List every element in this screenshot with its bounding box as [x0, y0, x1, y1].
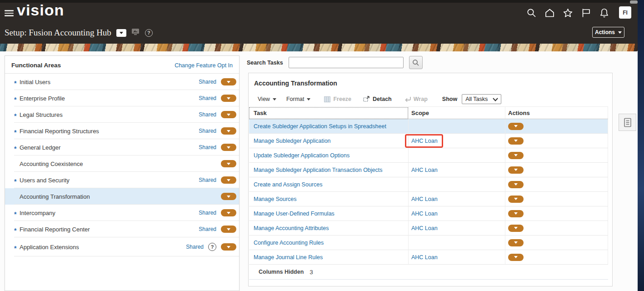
chevron-down-icon [514, 183, 518, 186]
required-asterisk: * [14, 209, 20, 216]
detach-button[interactable]: Detach [363, 96, 392, 102]
shared-label: Shared [199, 111, 216, 118]
item-actions-dropdown-button[interactable] [221, 95, 236, 102]
table-row[interactable]: Update Subledger Application Options [249, 148, 608, 163]
scrollbar-thumb[interactable] [630, 0, 638, 4]
sidebar-item[interactable]: Accounting Transformation [5, 188, 239, 205]
page-title: Setup: Fusion Accounting Hub [5, 28, 111, 38]
table-row[interactable]: Configure Accounting Rules [249, 236, 608, 250]
sidebar-item[interactable]: Accounting Coexistence [5, 156, 239, 172]
table-row[interactable]: Manage Accounting AttributesAHC Loan [249, 221, 608, 236]
chevron-down-icon [514, 212, 518, 215]
item-actions-dropdown-button[interactable] [221, 78, 236, 85]
sidebar-item[interactable]: *Application ExtensionsShared? [5, 237, 239, 256]
sidebar-item[interactable]: *Financial Reporting CenterShared [5, 221, 239, 237]
scope-link[interactable]: AHC Loan [411, 196, 438, 202]
column-header-task[interactable]: Task [249, 110, 408, 116]
row-actions-dropdown-button[interactable] [508, 196, 524, 203]
app-header: vision Setup: Fusion Accounting Hub ? [0, 0, 644, 44]
view-menu[interactable]: View [258, 96, 276, 102]
tasks-drawer-tab-button[interactable] [619, 114, 636, 131]
scope-link[interactable]: AHC Loan [411, 167, 438, 173]
column-header-scope[interactable]: Scope [408, 107, 505, 119]
sidebar-item-label: Legal Structures [20, 111, 63, 118]
task-link[interactable]: Update Subledger Application Options [254, 152, 349, 159]
table-row[interactable]: Manage Subledger ApplicationAHC Loan [249, 134, 608, 148]
sidebar-item[interactable]: *General LedgerShared [5, 139, 239, 156]
scope-link[interactable]: AHC Loan [411, 138, 438, 144]
actions-button[interactable]: Actions [592, 27, 624, 38]
sidebar-item[interactable]: *IntercompanyShared [5, 205, 239, 221]
page-title-dropdown-button[interactable] [116, 29, 126, 37]
user-avatar[interactable]: FI [619, 6, 631, 19]
task-link[interactable]: Create and Assign Sources [254, 181, 322, 188]
row-actions-dropdown-button[interactable] [508, 239, 524, 246]
task-link[interactable]: Manage Sources [254, 196, 297, 202]
task-link[interactable]: Manage Accounting Attributes [254, 225, 329, 231]
required-asterisk: * [14, 176, 20, 184]
search-button[interactable] [409, 56, 423, 69]
scope-link[interactable]: AHC Loan [411, 211, 438, 217]
row-actions-dropdown-button[interactable] [508, 225, 524, 232]
task-link[interactable]: Configure Accounting Rules [254, 240, 324, 246]
item-actions-dropdown-button[interactable] [221, 127, 236, 135]
item-actions-dropdown-button[interactable] [221, 209, 236, 216]
item-actions-dropdown-button[interactable] [221, 176, 236, 184]
notifications-bell-icon[interactable] [599, 8, 609, 18]
table-row[interactable]: Create Subledger Application Setups in S… [249, 119, 608, 134]
table-row[interactable]: Create and Assign Sources [249, 177, 608, 192]
favorites-star-icon[interactable] [563, 8, 573, 18]
item-actions-dropdown-button[interactable] [221, 226, 236, 233]
item-actions-dropdown-button[interactable] [221, 193, 236, 200]
scope-link[interactable]: AHC Loan [411, 254, 438, 261]
flag-icon[interactable] [581, 8, 591, 18]
task-link[interactable]: Manage Journal Line Rules [254, 254, 323, 261]
scope-link[interactable]: AHC Loan [411, 225, 438, 231]
row-actions-dropdown-button[interactable] [508, 181, 524, 188]
task-link[interactable]: Manage Subledger Application [254, 138, 331, 144]
change-feature-opt-in-link[interactable]: Change Feature Opt In [175, 62, 233, 69]
task-link[interactable]: Manage User-Defined Formulas [254, 211, 334, 217]
quick-actions-icon[interactable] [131, 28, 140, 37]
item-actions-dropdown-button[interactable] [221, 160, 236, 167]
row-actions-dropdown-button[interactable] [508, 137, 524, 145]
task-link[interactable]: Create Subledger Application Setups in S… [254, 123, 386, 130]
section-title: Accounting Transformation [249, 73, 612, 87]
table-row[interactable]: Manage Subledger Application Transaction… [249, 163, 608, 177]
item-actions-dropdown-button[interactable] [221, 144, 236, 151]
hamburger-menu-icon[interactable] [5, 10, 14, 16]
chevron-down-icon [227, 146, 230, 149]
sidebar-item[interactable]: *Financial Reporting StructuresShared [5, 123, 239, 139]
row-actions-dropdown-button[interactable] [508, 166, 524, 174]
sidebar-item-label: Accounting Transformation [20, 193, 90, 200]
row-actions-dropdown-button[interactable] [508, 210, 524, 217]
row-actions-dropdown-button[interactable] [508, 123, 524, 130]
sidebar-item-label: Initial Users [20, 79, 50, 85]
sidebar-item[interactable]: *Users and SecurityShared [5, 172, 239, 188]
item-actions-dropdown-button[interactable] [221, 111, 236, 118]
format-menu[interactable]: Format [286, 96, 311, 102]
task-link[interactable]: Manage Subledger Application Transaction… [254, 167, 383, 173]
item-actions-dropdown-button[interactable] [221, 243, 236, 251]
row-actions-dropdown-button[interactable] [508, 152, 524, 159]
help-icon[interactable]: ? [145, 29, 153, 37]
sidebar-item[interactable]: *Legal StructuresShared [5, 106, 239, 123]
help-icon[interactable]: ? [208, 243, 216, 251]
show-tasks-select[interactable]: All Tasks [462, 94, 501, 104]
sidebar-item[interactable]: *Initial UsersShared [5, 74, 239, 90]
table-header-row: Task Scope Actions [249, 106, 608, 119]
freeze-button: Freeze [324, 96, 351, 102]
required-asterisk [14, 195, 20, 198]
table-row[interactable]: Manage User-Defined FormulasAHC Loan [249, 206, 608, 221]
search-icon[interactable] [526, 8, 537, 18]
table-row[interactable]: Manage Journal Line RulesAHC Loan [249, 250, 608, 265]
sidebar-item[interactable]: *Enterprise ProfileShared [5, 90, 239, 106]
search-tasks-input[interactable] [289, 57, 404, 68]
search-tasks-label: Search Tasks [247, 60, 283, 66]
home-icon[interactable] [544, 8, 555, 18]
row-actions-dropdown-button[interactable] [508, 254, 524, 261]
actions-button-label: Actions [595, 29, 615, 35]
sidebar-item-label: Accounting Coexistence [20, 161, 83, 167]
chevron-down-icon [227, 130, 230, 132]
table-row[interactable]: Manage SourcesAHC Loan [249, 192, 608, 206]
